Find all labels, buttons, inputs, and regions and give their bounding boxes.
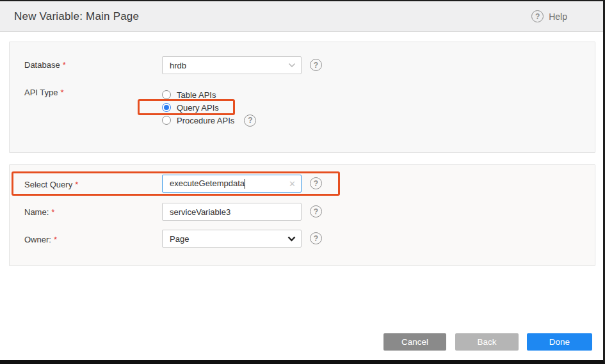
owner-value: Page — [170, 234, 284, 244]
owner-label: Owner:* — [24, 235, 57, 244]
api-type-help-icon[interactable]: ? — [244, 115, 256, 127]
database-value: hrdb — [170, 61, 284, 70]
database-label: Database* — [24, 60, 66, 70]
database-select[interactable]: hrdb — [162, 56, 302, 74]
dialog-header: New Variable: Main Page ? Help — [0, 1, 603, 32]
chevron-down-icon — [287, 236, 296, 242]
radio-table-apis[interactable]: Table APIs — [162, 88, 216, 101]
variable-details-panel: Select Query* executeGetempdata ✕ ? Name… — [9, 164, 595, 266]
select-query-label: Select Query* — [24, 180, 78, 189]
name-value: serviceVariable3 — [170, 207, 296, 217]
radio-query-apis[interactable]: Query APIs — [162, 101, 219, 114]
required-asterisk: * — [54, 235, 57, 244]
back-button[interactable]: Back — [455, 333, 519, 351]
help-icon: ? — [531, 10, 544, 22]
chevron-down-icon — [288, 63, 296, 68]
required-asterisk: * — [61, 88, 64, 97]
api-type-label: API Type* — [24, 88, 64, 97]
required-asterisk: * — [51, 207, 54, 217]
database-help-icon[interactable]: ? — [310, 59, 322, 71]
required-asterisk: * — [75, 180, 78, 189]
radio-icon — [162, 116, 171, 125]
radio-selected-icon — [162, 103, 171, 112]
name-label: Name:* — [24, 207, 54, 217]
radio-label: Procedure APIs — [177, 116, 234, 125]
help-label: Help — [549, 12, 567, 22]
help-button[interactable]: ? Help — [531, 10, 567, 22]
dialog-title: New Variable: Main Page — [14, 10, 139, 23]
text-cursor — [245, 179, 245, 189]
select-query-input[interactable]: executeGetempdata ✕ — [162, 175, 302, 193]
radio-icon — [162, 90, 171, 99]
select-query-value: executeGetempdata — [170, 178, 285, 189]
done-button[interactable]: Done — [527, 333, 592, 351]
cancel-button[interactable]: Cancel — [383, 333, 446, 351]
radio-procedure-apis[interactable]: Procedure APIs ? — [162, 114, 256, 127]
name-input[interactable]: serviceVariable3 — [162, 203, 302, 221]
name-help-icon[interactable]: ? — [310, 205, 322, 218]
radio-label: Table APIs — [177, 90, 216, 100]
datasource-panel: Database* hrdb ? API Type* Table APIs Qu… — [9, 42, 595, 153]
select-query-help-icon[interactable]: ? — [310, 177, 322, 189]
owner-select[interactable]: Page — [162, 230, 302, 248]
clear-icon[interactable]: ✕ — [289, 179, 296, 189]
required-asterisk: * — [63, 60, 66, 70]
radio-label: Query APIs — [177, 103, 219, 113]
new-variable-dialog: New Variable: Main Page ? Help Database*… — [0, 0, 605, 364]
owner-help-icon[interactable]: ? — [310, 232, 322, 244]
